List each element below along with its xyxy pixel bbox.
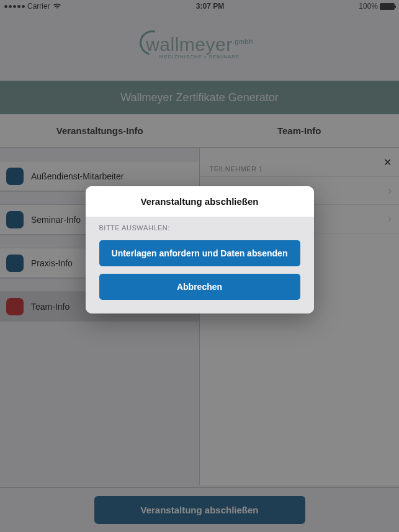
dialog-prompt: BITTE AUSWÄHLEN: bbox=[99, 224, 300, 232]
submit-documents-button[interactable]: Unterlagen anfordern und Daten absenden bbox=[99, 240, 300, 266]
action-sheet: Veranstaltung abschließen BITTE AUSWÄHLE… bbox=[86, 186, 314, 313]
dialog-title: Veranstaltung abschließen bbox=[86, 186, 314, 217]
cancel-button[interactable]: Abbrechen bbox=[99, 274, 300, 300]
modal-overlay[interactable]: Veranstaltung abschließen BITTE AUSWÄHLE… bbox=[0, 0, 399, 532]
dialog-body: BITTE AUSWÄHLEN: Unterlagen anfordern un… bbox=[86, 217, 314, 313]
